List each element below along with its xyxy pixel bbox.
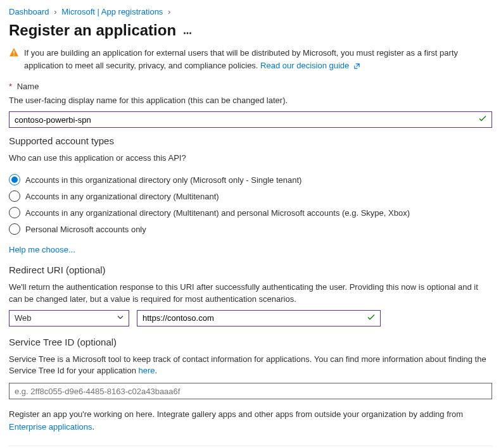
radio-personal-only[interactable]: Personal Microsoft accounts only <box>9 221 492 237</box>
more-actions-button[interactable]: ••• <box>184 30 193 37</box>
account-types-title: Supported account types <box>9 132 492 150</box>
account-types-question: Who can use this application or access t… <box>9 150 492 169</box>
help-me-choose-link[interactable]: Help me choose... <box>9 242 492 261</box>
service-tree-here-link[interactable]: here <box>139 366 155 375</box>
account-types-radio-group: Accounts in this organizational director… <box>9 169 492 242</box>
radio-icon <box>9 190 20 202</box>
redirect-uri-input[interactable] <box>137 310 381 327</box>
footer-note: Register an app you're working on here. … <box>9 403 492 438</box>
radio-multitenant-personal[interactable]: Accounts in any organizational directory… <box>9 204 492 221</box>
redirect-uri-title: Redirect URI (optional) <box>9 261 492 279</box>
external-link-icon <box>353 63 360 70</box>
radio-label: Accounts in any organizational directory… <box>25 192 219 201</box>
service-tree-input[interactable] <box>9 383 492 399</box>
service-tree-title: Service Tree ID (optional) <box>9 333 492 351</box>
chevron-right-icon: › <box>165 7 173 16</box>
radio-single-tenant[interactable]: Accounts in this organizational director… <box>9 171 492 188</box>
name-input[interactable] <box>9 111 492 128</box>
radio-label: Personal Microsoft accounts only <box>25 225 146 234</box>
svg-rect-1 <box>13 54 15 56</box>
breadcrumb: Dashboard › Microsoft | App registration… <box>9 5 492 20</box>
warning-alert: If you are building an application for e… <box>9 46 492 79</box>
service-tree-hint: Service Tree is a Microsoft tool to keep… <box>9 351 492 382</box>
enterprise-applications-link[interactable]: Enterprise applications <box>9 422 92 432</box>
redirect-uri-hint: We'll return the authentication response… <box>9 279 492 309</box>
divider <box>9 445 492 446</box>
platform-select[interactable]: Web <box>9 310 129 327</box>
radio-label: Accounts in this organizational director… <box>25 175 301 185</box>
svg-rect-0 <box>13 51 15 54</box>
radio-icon <box>9 174 20 185</box>
radio-multitenant[interactable]: Accounts in any organizational directory… <box>9 188 492 204</box>
radio-icon <box>9 207 20 218</box>
chevron-right-icon: › <box>51 7 59 16</box>
warning-text: If you are building an application for e… <box>24 48 458 70</box>
name-label: Name <box>17 82 39 91</box>
radio-label: Accounts in any organizational directory… <box>25 208 410 218</box>
radio-icon <box>9 223 20 235</box>
breadcrumb-dashboard[interactable]: Dashboard <box>9 7 49 16</box>
breadcrumb-app-registrations[interactable]: Microsoft | App registrations <box>61 7 163 16</box>
name-hint: The user-facing display name for this ap… <box>9 92 492 111</box>
page-title: Register an application <box>9 20 176 46</box>
decision-guide-link[interactable]: Read our decision guide <box>260 61 360 70</box>
warning-icon <box>9 47 19 58</box>
required-indicator: * <box>9 82 12 91</box>
